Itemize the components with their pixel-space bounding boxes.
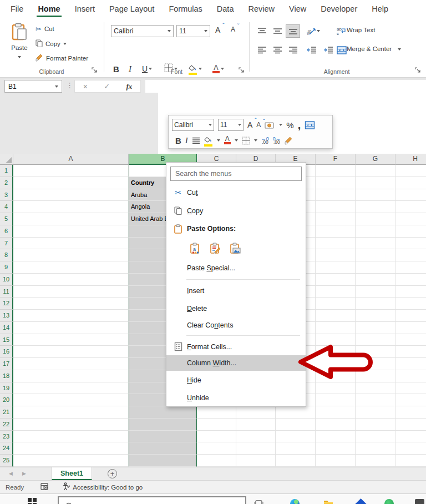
paste-values-icon[interactable]: a — [189, 242, 202, 255]
orientation-button[interactable]: ab — [305, 25, 322, 37]
cell-H7[interactable] — [395, 238, 426, 250]
menu-item-format-cells[interactable]: Format Cells... — [166, 338, 306, 355]
clipboard-dialog-launcher[interactable] — [92, 67, 99, 74]
cell-E21[interactable] — [276, 406, 316, 419]
cell-G24[interactable] — [356, 442, 395, 455]
increase-font-size-button[interactable]: Aˆ — [215, 26, 220, 34]
cell-G2[interactable] — [356, 177, 395, 189]
menu-item-column-width[interactable]: Column Width... — [166, 355, 306, 371]
row-header-2[interactable]: 2 — [0, 177, 13, 189]
cell-F1[interactable] — [316, 165, 356, 177]
cell-G9[interactable] — [356, 261, 395, 274]
row-header-4[interactable]: 4 — [0, 201, 13, 213]
cell-H6[interactable] — [395, 225, 426, 238]
row-header-16[interactable]: 16 — [0, 346, 13, 358]
cell-G22[interactable] — [356, 419, 395, 431]
align-left-button[interactable] — [255, 44, 268, 56]
cell-A20[interactable] — [13, 394, 129, 406]
cell-C21[interactable] — [197, 406, 236, 419]
cell-A5[interactable] — [13, 213, 129, 225]
menu-item-hide[interactable]: Hide — [166, 371, 306, 389]
cell-F8[interactable] — [316, 249, 356, 261]
menu-item-delete[interactable]: Delete — [166, 300, 306, 317]
cell-H8[interactable] — [395, 249, 426, 261]
cell-F19[interactable] — [316, 382, 356, 395]
app-window-icon[interactable] — [415, 499, 424, 504]
cell-A1[interactable] — [13, 165, 129, 177]
cell-H17[interactable] — [395, 358, 426, 370]
cell-G13[interactable] — [356, 310, 395, 322]
cell-G4[interactable] — [356, 201, 395, 213]
cell-A3[interactable] — [13, 189, 129, 201]
cell-G21[interactable] — [356, 406, 395, 419]
cell-G1[interactable] — [356, 165, 395, 177]
cell-A9[interactable] — [13, 261, 129, 274]
row-header-22[interactable]: 22 — [0, 419, 13, 431]
cell-C22[interactable] — [197, 419, 236, 431]
cell-H3[interactable] — [395, 189, 426, 201]
edge-browser-icon[interactable] — [290, 499, 300, 504]
cell-A21[interactable] — [13, 406, 129, 419]
decrease-decimal-button[interactable]: ←0.00 — [261, 137, 269, 144]
sheet-tab-sheet1[interactable]: Sheet1 — [52, 467, 92, 480]
tab-page-layout[interactable]: Page Layout — [102, 0, 161, 18]
cell-H25[interactable] — [395, 455, 426, 467]
tab-file[interactable]: File — [3, 0, 31, 18]
cell-A2[interactable] — [13, 177, 129, 189]
tab-home[interactable]: Home — [31, 0, 67, 18]
row-header-19[interactable]: 19 — [0, 382, 13, 395]
tab-help[interactable]: Help — [364, 0, 395, 18]
record-macro-icon[interactable] — [40, 483, 49, 491]
cell-G7[interactable] — [356, 238, 395, 250]
mini-font-name-select[interactable]: Calibri — [172, 119, 214, 131]
row-header-8[interactable]: 8 — [0, 249, 13, 261]
name-box[interactable]: B1 — [4, 80, 62, 93]
font-size-select[interactable]: 11 — [176, 25, 210, 37]
cell-H16[interactable] — [395, 346, 426, 358]
cell-A18[interactable] — [13, 370, 129, 382]
add-sheet-button[interactable]: + — [108, 469, 117, 478]
mini-increase-font-button[interactable]: Aˆ — [247, 120, 252, 129]
mini-align-button[interactable] — [192, 137, 200, 144]
cell-F24[interactable] — [316, 442, 356, 455]
cell-G12[interactable] — [356, 298, 395, 310]
cell-F3[interactable] — [316, 189, 356, 201]
cell-G14[interactable] — [356, 322, 395, 334]
cell-F2[interactable] — [316, 177, 356, 189]
row-header-12[interactable]: 12 — [0, 298, 13, 310]
alignment-dialog-launcher[interactable] — [415, 67, 422, 74]
row-header-6[interactable]: 6 — [0, 225, 13, 238]
align-top-button[interactable] — [255, 25, 268, 37]
mini-font-color-button[interactable]: A — [224, 137, 231, 144]
cell-G19[interactable] — [356, 382, 395, 395]
row-header-3[interactable]: 3 — [0, 189, 13, 201]
taskbar-search-input[interactable]: Type here to search — [58, 496, 246, 504]
cell-G10[interactable] — [356, 274, 395, 286]
cell-D22[interactable] — [236, 419, 276, 431]
cell-D21[interactable] — [236, 406, 276, 419]
cell-E23[interactable] — [276, 431, 316, 443]
name-box-caret-icon[interactable] — [55, 85, 58, 88]
cut-button[interactable]: ✂ Cut — [36, 23, 54, 35]
menu-item-clear-contents[interactable]: Clear Contents — [166, 317, 306, 333]
cell-H21[interactable] — [395, 406, 426, 419]
merge-center-button[interactable]: Merge & Center — [347, 46, 401, 52]
tab-developer[interactable]: Developer — [313, 0, 364, 18]
comma-style-button[interactable]: , — [298, 122, 301, 128]
format-painter-button[interactable]: Format Painter — [36, 52, 88, 64]
cell-F7[interactable] — [316, 238, 356, 250]
column-header-F[interactable]: F — [316, 154, 356, 165]
paste-formatting-icon[interactable] — [209, 242, 222, 255]
cell-A15[interactable] — [13, 334, 129, 346]
cell-G5[interactable] — [356, 213, 395, 225]
cell-G20[interactable] — [356, 394, 395, 406]
cell-A23[interactable] — [13, 431, 129, 443]
cell-F6[interactable] — [316, 225, 356, 238]
mini-format-painter-button[interactable] — [285, 137, 293, 145]
cell-D24[interactable] — [236, 442, 276, 455]
decrease-indent-button[interactable] — [305, 44, 318, 56]
cell-A7[interactable] — [13, 238, 129, 250]
cell-G3[interactable] — [356, 189, 395, 201]
cell-F9[interactable] — [316, 261, 356, 274]
column-header-A[interactable]: A — [13, 154, 129, 165]
